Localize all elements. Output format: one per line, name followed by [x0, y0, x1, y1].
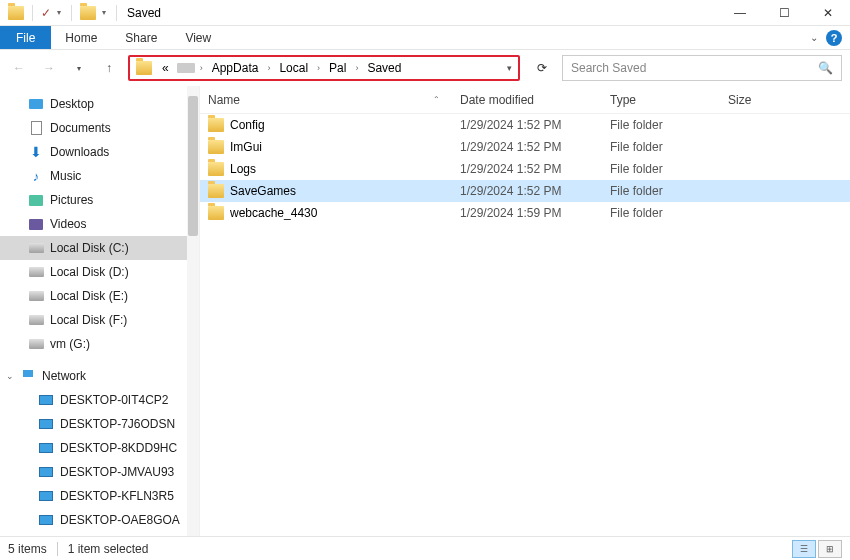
- tree-item[interactable]: ♪Music: [0, 164, 199, 188]
- tree-item[interactable]: ⬇Downloads: [0, 140, 199, 164]
- tab-view[interactable]: View: [171, 26, 225, 49]
- disk-icon: [28, 336, 44, 352]
- sort-indicator-icon: ⌃: [433, 95, 440, 104]
- file-row[interactable]: webcache_44301/29/2024 1:59 PMFile folde…: [200, 202, 850, 224]
- file-type: File folder: [610, 140, 728, 154]
- tree-item-label: Local Disk (E:): [50, 289, 128, 303]
- column-headers: Name ⌃ Date modified Type Size: [200, 86, 850, 114]
- disk-icon: [28, 288, 44, 304]
- qat-overflow-icon[interactable]: ▾: [100, 6, 108, 19]
- chevron-right-icon[interactable]: ›: [314, 63, 323, 73]
- breadcrumb[interactable]: Local: [273, 57, 314, 79]
- search-input[interactable]: Search Saved 🔍: [562, 55, 842, 81]
- blurred-crumb[interactable]: [177, 63, 195, 73]
- address-dropdown-icon[interactable]: ▾: [507, 63, 512, 73]
- search-icon[interactable]: 🔍: [818, 61, 833, 75]
- chevron-right-icon[interactable]: ›: [264, 63, 273, 73]
- column-date[interactable]: Date modified: [460, 93, 610, 107]
- tree-item[interactable]: Local Disk (E:): [0, 284, 199, 308]
- ribbon-tabs: File Home Share View ⌄ ?: [0, 26, 850, 50]
- column-name[interactable]: Name ⌃: [208, 93, 460, 107]
- tree-item[interactable]: Videos: [0, 212, 199, 236]
- tree-item-label: DESKTOP-OAE8GOA: [60, 513, 180, 527]
- file-name: ImGui: [230, 140, 262, 154]
- qat-properties-icon[interactable]: ✓: [41, 6, 51, 20]
- details-view-button[interactable]: ☰: [792, 540, 816, 558]
- net-icon: [20, 368, 36, 384]
- tree-item-label: Local Disk (D:): [50, 265, 129, 279]
- tree-item-label: Documents: [50, 121, 111, 135]
- chevron-right-icon[interactable]: ›: [197, 63, 206, 73]
- separator: [71, 5, 72, 21]
- nav-tree[interactable]: DesktopDocuments⬇Downloads♪MusicPictures…: [0, 86, 200, 536]
- ribbon-collapse-icon[interactable]: ⌄: [810, 32, 818, 43]
- address-bar[interactable]: « › AppData › Local › Pal › Saved ▾: [128, 55, 520, 81]
- close-button[interactable]: ✕: [806, 0, 850, 26]
- separator: [57, 542, 58, 556]
- tree-item[interactable]: DESKTOP-7J6ODSN: [0, 412, 199, 436]
- file-type: File folder: [610, 162, 728, 176]
- file-row[interactable]: Config1/29/2024 1:52 PMFile folder: [200, 114, 850, 136]
- tree-item[interactable]: Local Disk (D:): [0, 260, 199, 284]
- breadcrumb[interactable]: Saved: [361, 57, 407, 79]
- tab-share[interactable]: Share: [111, 26, 171, 49]
- tab-home[interactable]: Home: [51, 26, 111, 49]
- tree-item-label: vm (G:): [50, 337, 90, 351]
- recent-dropdown-icon[interactable]: ▾: [68, 57, 90, 79]
- music-icon: ♪: [28, 168, 44, 184]
- help-icon[interactable]: ?: [826, 30, 842, 46]
- tree-item[interactable]: DESKTOP-8KDD9HC: [0, 436, 199, 460]
- file-date: 1/29/2024 1:52 PM: [460, 118, 610, 132]
- scrollbar[interactable]: [187, 86, 199, 536]
- tree-item[interactable]: DESKTOP-OAE8GOA: [0, 508, 199, 532]
- tree-item[interactable]: Local Disk (C:): [0, 236, 199, 260]
- tree-item-label: DESKTOP-7J6ODSN: [60, 417, 175, 431]
- tree-item[interactable]: ⌄Network: [0, 364, 199, 388]
- back-button[interactable]: ←: [8, 57, 30, 79]
- file-type: File folder: [610, 206, 728, 220]
- forward-button[interactable]: →: [38, 57, 60, 79]
- search-placeholder: Search Saved: [571, 61, 646, 75]
- file-row[interactable]: ImGui1/29/2024 1:52 PMFile folder: [200, 136, 850, 158]
- status-bar: 5 items 1 item selected ☰ ⊞: [0, 536, 850, 560]
- tree-item-label: Local Disk (F:): [50, 313, 127, 327]
- breadcrumb[interactable]: Pal: [323, 57, 352, 79]
- tree-item[interactable]: Documents: [0, 116, 199, 140]
- file-name: Config: [230, 118, 265, 132]
- mon-icon: [38, 512, 54, 528]
- file-tab[interactable]: File: [0, 26, 51, 49]
- up-button[interactable]: ↑: [98, 57, 120, 79]
- maximize-button[interactable]: ☐: [762, 0, 806, 26]
- column-type[interactable]: Type: [610, 93, 728, 107]
- file-name: webcache_4430: [230, 206, 317, 220]
- tree-item[interactable]: DESKTOP-KFLN3R5: [0, 484, 199, 508]
- column-size[interactable]: Size: [728, 93, 808, 107]
- icons-view-button[interactable]: ⊞: [818, 540, 842, 558]
- tree-item[interactable]: vm (G:): [0, 332, 199, 356]
- breadcrumb-overflow[interactable]: «: [156, 57, 175, 79]
- app-icon[interactable]: [8, 6, 24, 20]
- chevron-right-icon[interactable]: ›: [352, 63, 361, 73]
- file-row[interactable]: Logs1/29/2024 1:52 PMFile folder: [200, 158, 850, 180]
- title-bar: ✓ ▾ ▾ Saved — ☐ ✕: [0, 0, 850, 26]
- refresh-button[interactable]: ⟳: [530, 56, 554, 80]
- tree-item[interactable]: DESKTOP-0IT4CP2: [0, 388, 199, 412]
- breadcrumb[interactable]: AppData: [206, 57, 265, 79]
- expand-icon[interactable]: ⌄: [6, 371, 14, 381]
- tree-item-label: Local Disk (C:): [50, 241, 129, 255]
- tree-item[interactable]: Desktop: [0, 92, 199, 116]
- tree-item[interactable]: Local Disk (F:): [0, 308, 199, 332]
- desktop-icon: [28, 96, 44, 112]
- window-title: Saved: [127, 6, 161, 20]
- tree-item[interactable]: DESKTOP-JMVAU93: [0, 460, 199, 484]
- scrollbar-thumb[interactable]: [188, 96, 198, 236]
- file-date: 1/29/2024 1:59 PM: [460, 206, 610, 220]
- tree-item[interactable]: Pictures: [0, 188, 199, 212]
- file-date: 1/29/2024 1:52 PM: [460, 140, 610, 154]
- file-type: File folder: [610, 184, 728, 198]
- minimize-button[interactable]: —: [718, 0, 762, 26]
- file-row[interactable]: SaveGames1/29/2024 1:52 PMFile folder: [200, 180, 850, 202]
- tree-item-label: Network: [42, 369, 86, 383]
- qat-dropdown-icon[interactable]: ▾: [55, 6, 63, 19]
- view-mode-buttons: ☰ ⊞: [792, 540, 842, 558]
